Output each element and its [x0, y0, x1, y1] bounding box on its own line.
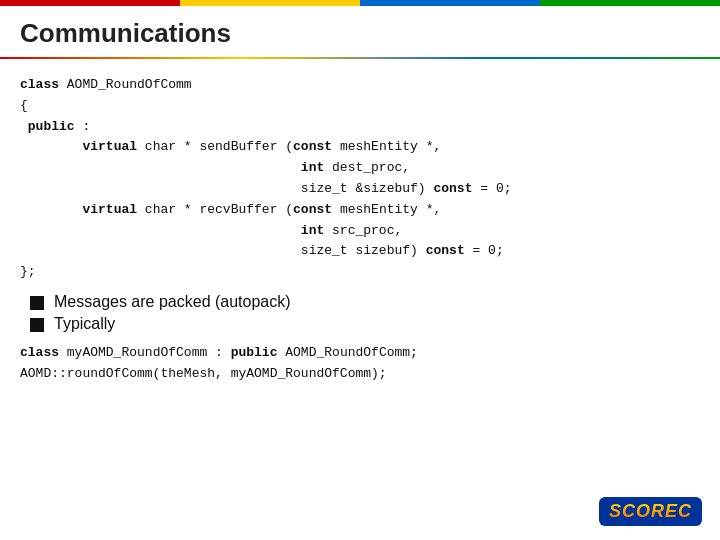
- scorec-logo: SCOREC: [599, 497, 702, 526]
- page-title: Communications: [0, 6, 720, 57]
- bullet-icon: [30, 296, 44, 310]
- list-item: Messages are packed (autopack): [30, 293, 700, 311]
- bullet-text: Typically: [54, 315, 115, 333]
- scorec-label: SCOREC: [609, 501, 692, 522]
- title-rule: [0, 57, 720, 59]
- code-block-2: class myAOMD_RoundOfComm : public AOMD_R…: [20, 343, 700, 385]
- bullet-list: Messages are packed (autopack) Typically: [30, 293, 700, 333]
- list-item: Typically: [30, 315, 700, 333]
- bullet-icon: [30, 318, 44, 332]
- bullet-text: Messages are packed (autopack): [54, 293, 291, 311]
- code-block-1: class AOMD_RoundOfComm { public : virtua…: [20, 75, 700, 283]
